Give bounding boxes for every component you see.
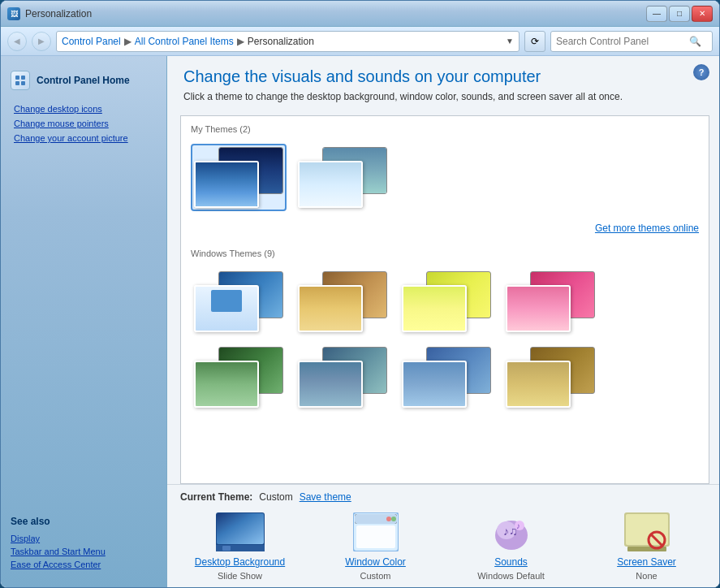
theme-stack-2 [298, 147, 387, 208]
theme-item-wt7[interactable] [399, 344, 494, 411]
sounds-sublabel: Windows Default [477, 571, 545, 581]
breadcrumb-dropdown[interactable]: ▼ [506, 37, 514, 45]
svg-rect-13 [356, 525, 395, 548]
theme-item-wt1[interactable] [191, 268, 287, 335]
current-theme-value: Custom [259, 491, 292, 503]
theme-stack-wt1 [194, 271, 283, 332]
theme-stack-wt4 [506, 271, 595, 332]
sounds-icon: ♪♫ ♪ [485, 511, 537, 553]
svg-point-11 [386, 517, 391, 521]
theme-stack-wt2 [298, 271, 387, 332]
control-panel-icon [11, 71, 30, 90]
sidebar-link-account-picture[interactable]: Change your account picture [1, 131, 166, 145]
title-bar: 🖼 Personalization — □ ✕ [1, 1, 719, 27]
svg-rect-5 [217, 513, 264, 544]
theme-fg-wt5 [194, 361, 259, 408]
theme-fg-wt8 [506, 361, 571, 408]
theme-stack-wt6 [298, 347, 387, 408]
svg-point-12 [391, 517, 396, 521]
windows-themes-title: Windows Themes (9) [191, 249, 699, 258]
search-box: 🔍 [550, 31, 713, 52]
theme-stack-wt8 [506, 347, 595, 408]
close-button[interactable]: ✕ [692, 6, 713, 22]
my-themes-title: My Themes (2) [191, 124, 699, 134]
theme-item-mytheme1[interactable] [191, 144, 287, 211]
save-theme-link[interactable]: Save theme [300, 491, 351, 503]
content-header: Change the visuals and sounds on your co… [167, 56, 719, 115]
theme-item-wt2[interactable] [295, 268, 390, 335]
screen-saver-label: Screen Saver [617, 556, 676, 568]
page-subtitle: Click a theme to change the desktop back… [183, 91, 703, 102]
sidebar-see-also: See also Display Taskbar and Start Menu … [1, 509, 166, 577]
breadcrumb-item-cp[interactable]: Control Panel [62, 36, 121, 47]
back-button[interactable]: ◀ [7, 32, 27, 51]
get-more-link[interactable]: Get more themes online [595, 223, 699, 234]
theme-fg-wt4 [506, 285, 571, 332]
breadcrumb: Control Panel ▶ All Control Panel Items … [56, 31, 520, 52]
refresh-button[interactable]: ⟳ [524, 31, 545, 52]
theme-item-mytheme2[interactable] [295, 144, 390, 211]
theme-stack-wt3 [402, 271, 491, 332]
help-button[interactable]: ? [693, 64, 709, 80]
screen-saver-item[interactable]: Screen Saver None [598, 511, 696, 581]
theme-item-wt6[interactable] [295, 344, 390, 411]
svg-rect-7 [222, 546, 231, 551]
sounds-item[interactable]: ♪♫ ♪ Sounds Windows Default [463, 511, 560, 581]
desktop-background-icon [214, 511, 266, 553]
sidebar-link-mouse-pointers[interactable]: Change mouse pointers [1, 116, 166, 131]
title-bar-buttons: — □ ✕ [646, 6, 713, 22]
svg-rect-2 [15, 81, 19, 85]
maximize-button[interactable]: □ [669, 6, 690, 22]
window-color-item[interactable]: Window Color Custom [327, 511, 425, 581]
see-also-title: See also [11, 516, 157, 527]
current-theme-label: Current Theme: [180, 491, 252, 503]
theme-fg-wt3 [402, 285, 467, 332]
theme-item-wt8[interactable] [502, 344, 598, 411]
breadcrumb-sep-1: ▶ [124, 36, 131, 47]
search-icon: 🔍 [689, 36, 701, 47]
forward-button[interactable]: ▶ [32, 32, 51, 51]
get-more-themes: Get more themes online [181, 223, 709, 240]
theme-fg-wt2 [298, 285, 363, 332]
theme-stack-1 [194, 147, 283, 208]
see-also-display[interactable]: Display [11, 532, 157, 545]
current-theme-row: Current Theme: Custom Save theme [180, 491, 706, 503]
see-also-taskbar[interactable]: Taskbar and Start Menu [11, 545, 157, 558]
theme-img-front-1 [194, 161, 259, 208]
desktop-bg-label: Desktop Background [195, 556, 285, 568]
screen-saver-icon [621, 511, 673, 553]
see-also-ease-of-access[interactable]: Ease of Access Center [11, 558, 157, 571]
theme-item-wt3[interactable] [399, 268, 494, 335]
sidebar-home[interactable]: Control Panel Home [1, 66, 166, 95]
svg-rect-1 [21, 76, 25, 80]
svg-rect-20 [626, 514, 668, 545]
content-area: ? Change the visuals and sounds on your … [167, 56, 719, 587]
windows-themes-section: Windows Themes (9) [181, 240, 709, 422]
svg-rect-0 [15, 76, 19, 80]
window-color-label: Window Color [345, 556, 406, 568]
window-color-icon [350, 511, 402, 553]
bottom-icons: Desktop Background Slide Show [180, 511, 706, 581]
page-title: Change the visuals and sounds on your co… [183, 67, 703, 86]
desktop-background-item[interactable]: Desktop Background Slide Show [192, 511, 289, 581]
sidebar: Control Panel Home Change desktop icons … [1, 56, 167, 587]
theme-item-wt5[interactable] [191, 344, 287, 411]
nav-bar: ◀ ▶ Control Panel ▶ All Control Panel It… [1, 27, 719, 56]
svg-rect-3 [21, 81, 25, 85]
sidebar-home-label[interactable]: Control Panel Home [37, 75, 130, 86]
sounds-label: Sounds [494, 556, 528, 568]
breadcrumb-item-all[interactable]: All Control Panel Items [135, 36, 234, 47]
window-color-sublabel: Custom [360, 571, 391, 581]
breadcrumb-item-personalization: Personalization [248, 36, 314, 47]
theme-stack-wt7 [402, 347, 491, 408]
theme-fg-wt6 [298, 361, 363, 408]
theme-fg-wt1 [194, 285, 259, 332]
bottom-bar: Current Theme: Custom Save theme [167, 484, 719, 587]
my-themes-section: My Themes (2) [181, 116, 709, 223]
title-bar-text: Personalization [25, 8, 641, 19]
search-input[interactable] [556, 36, 686, 47]
theme-item-wt4[interactable] [502, 268, 598, 335]
sidebar-link-desktop-icons[interactable]: Change desktop icons [1, 102, 166, 116]
minimize-button[interactable]: — [646, 6, 667, 22]
window-icon: 🖼 [7, 7, 20, 20]
